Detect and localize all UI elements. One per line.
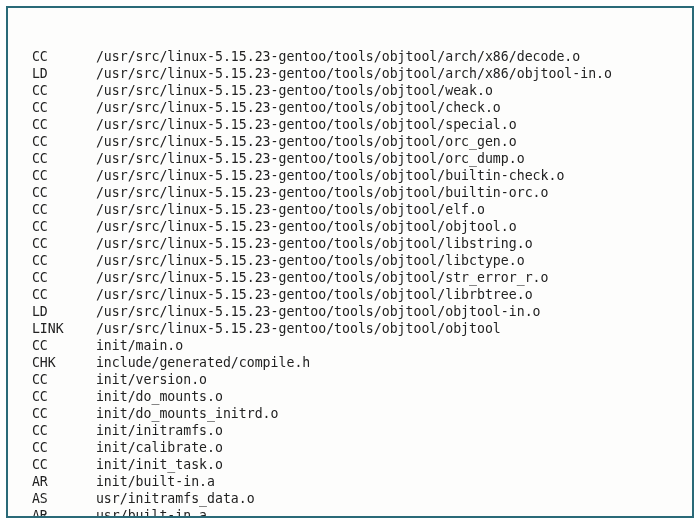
log-line: CC/usr/src/linux-5.15.23-gentoo/tools/ob…	[16, 99, 684, 116]
log-line: CC/usr/src/linux-5.15.23-gentoo/tools/ob…	[16, 150, 684, 167]
build-step-cmd: CC	[32, 422, 96, 439]
log-line: LINK/usr/src/linux-5.15.23-gentoo/tools/…	[16, 320, 684, 337]
log-line: CHKinclude/generated/compile.h	[16, 354, 684, 371]
build-step-cmd: CC	[32, 269, 96, 286]
log-line: ASusr/initramfs_data.o	[16, 490, 684, 507]
log-line: CC/usr/src/linux-5.15.23-gentoo/tools/ob…	[16, 218, 684, 235]
build-step-path: init/init_task.o	[96, 457, 223, 472]
build-step-path: include/generated/compile.h	[96, 355, 310, 370]
build-step-path: /usr/src/linux-5.15.23-gentoo/tools/objt…	[96, 49, 580, 64]
log-line: CC/usr/src/linux-5.15.23-gentoo/tools/ob…	[16, 82, 684, 99]
build-step-cmd: AR	[32, 473, 96, 490]
build-step-path: init/do_mounts.o	[96, 389, 223, 404]
build-step-path: init/main.o	[96, 338, 183, 353]
build-step-path: /usr/src/linux-5.15.23-gentoo/tools/objt…	[96, 134, 517, 149]
log-line: CCinit/calibrate.o	[16, 439, 684, 456]
build-step-path: /usr/src/linux-5.15.23-gentoo/tools/objt…	[96, 253, 525, 268]
build-step-cmd: CC	[32, 82, 96, 99]
build-step-path: init/version.o	[96, 372, 207, 387]
log-line: LD/usr/src/linux-5.15.23-gentoo/tools/ob…	[16, 65, 684, 82]
build-step-path: /usr/src/linux-5.15.23-gentoo/tools/objt…	[96, 304, 541, 319]
build-step-path: /usr/src/linux-5.15.23-gentoo/tools/objt…	[96, 66, 612, 81]
build-step-cmd: AS	[32, 490, 96, 507]
log-line: CC/usr/src/linux-5.15.23-gentoo/tools/ob…	[16, 167, 684, 184]
build-step-cmd: LD	[32, 65, 96, 82]
build-step-path: init/do_mounts_initrd.o	[96, 406, 279, 421]
log-line: CCinit/init_task.o	[16, 456, 684, 473]
build-step-cmd: CC	[32, 337, 96, 354]
terminal-output: CC/usr/src/linux-5.15.23-gentoo/tools/ob…	[6, 6, 694, 518]
build-step-cmd: LINK	[32, 320, 96, 337]
build-step-path: /usr/src/linux-5.15.23-gentoo/tools/objt…	[96, 219, 517, 234]
log-line: LD/usr/src/linux-5.15.23-gentoo/tools/ob…	[16, 303, 684, 320]
build-step-cmd: CC	[32, 371, 96, 388]
build-step-cmd: CC	[32, 218, 96, 235]
build-step-path: usr/built-in.a	[96, 508, 207, 518]
log-line: CC/usr/src/linux-5.15.23-gentoo/tools/ob…	[16, 252, 684, 269]
build-step-cmd: CC	[32, 252, 96, 269]
build-step-cmd: CHK	[32, 354, 96, 371]
build-step-cmd: LD	[32, 303, 96, 320]
build-step-cmd: CC	[32, 116, 96, 133]
build-step-cmd: CC	[32, 167, 96, 184]
log-line: CC/usr/src/linux-5.15.23-gentoo/tools/ob…	[16, 235, 684, 252]
build-step-cmd: CC	[32, 133, 96, 150]
build-step-cmd: CC	[32, 405, 96, 422]
build-log: CC/usr/src/linux-5.15.23-gentoo/tools/ob…	[16, 48, 684, 518]
log-line: CCinit/do_mounts_initrd.o	[16, 405, 684, 422]
build-step-cmd: CC	[32, 235, 96, 252]
log-line: CC/usr/src/linux-5.15.23-gentoo/tools/ob…	[16, 269, 684, 286]
build-step-path: /usr/src/linux-5.15.23-gentoo/tools/objt…	[96, 151, 525, 166]
build-step-path: init/built-in.a	[96, 474, 215, 489]
build-step-path: /usr/src/linux-5.15.23-gentoo/tools/objt…	[96, 168, 564, 183]
log-line: CC/usr/src/linux-5.15.23-gentoo/tools/ob…	[16, 201, 684, 218]
build-step-path: usr/initramfs_data.o	[96, 491, 255, 506]
build-step-path: /usr/src/linux-5.15.23-gentoo/tools/objt…	[96, 83, 493, 98]
log-line: CC/usr/src/linux-5.15.23-gentoo/tools/ob…	[16, 286, 684, 303]
build-step-path: init/initramfs.o	[96, 423, 223, 438]
build-step-path: /usr/src/linux-5.15.23-gentoo/tools/objt…	[96, 117, 517, 132]
log-line: CCinit/version.o	[16, 371, 684, 388]
build-step-cmd: CC	[32, 150, 96, 167]
build-step-cmd: CC	[32, 286, 96, 303]
log-line: ARusr/built-in.a	[16, 507, 684, 518]
build-step-path: /usr/src/linux-5.15.23-gentoo/tools/objt…	[96, 270, 549, 285]
build-step-cmd: CC	[32, 184, 96, 201]
log-line: CC/usr/src/linux-5.15.23-gentoo/tools/ob…	[16, 116, 684, 133]
build-step-cmd: CC	[32, 48, 96, 65]
log-line: CC/usr/src/linux-5.15.23-gentoo/tools/ob…	[16, 184, 684, 201]
log-line: CC/usr/src/linux-5.15.23-gentoo/tools/ob…	[16, 48, 684, 65]
build-step-cmd: CC	[32, 99, 96, 116]
log-line: CCinit/do_mounts.o	[16, 388, 684, 405]
build-step-cmd: CC	[32, 456, 96, 473]
log-line: CC/usr/src/linux-5.15.23-gentoo/tools/ob…	[16, 133, 684, 150]
log-line: CCinit/main.o	[16, 337, 684, 354]
build-step-cmd: CC	[32, 439, 96, 456]
build-step-cmd: AR	[32, 507, 96, 518]
build-step-path: /usr/src/linux-5.15.23-gentoo/tools/objt…	[96, 185, 549, 200]
build-step-path: /usr/src/linux-5.15.23-gentoo/tools/objt…	[96, 236, 533, 251]
log-line: ARinit/built-in.a	[16, 473, 684, 490]
build-step-cmd: CC	[32, 388, 96, 405]
build-step-path: /usr/src/linux-5.15.23-gentoo/tools/objt…	[96, 202, 485, 217]
build-step-path: init/calibrate.o	[96, 440, 223, 455]
build-step-cmd: CC	[32, 201, 96, 218]
log-line: CCinit/initramfs.o	[16, 422, 684, 439]
build-step-path: /usr/src/linux-5.15.23-gentoo/tools/objt…	[96, 321, 501, 336]
build-step-path: /usr/src/linux-5.15.23-gentoo/tools/objt…	[96, 287, 533, 302]
build-step-path: /usr/src/linux-5.15.23-gentoo/tools/objt…	[96, 100, 501, 115]
